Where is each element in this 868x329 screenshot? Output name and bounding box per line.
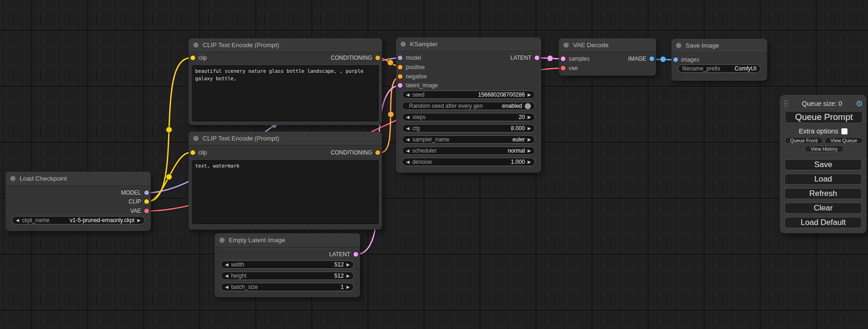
negative-prompt-textarea[interactable]: text, watermark	[192, 160, 379, 224]
decrement-arrow-icon[interactable]: ◀	[16, 218, 19, 223]
input-port-model[interactable]: model	[398, 53, 421, 63]
increment-arrow-icon[interactable]: ▶	[528, 149, 531, 153]
positive-prompt-textarea[interactable]: beautiful scenery nature glass bottle la…	[192, 65, 379, 121]
queue-front-button[interactable]: Queue Front	[785, 137, 823, 144]
node-save-image[interactable]: Save Image images filename_prefix ComfyU…	[671, 39, 767, 81]
node-header[interactable]: CLIP Text Encode (Prompt)	[189, 132, 382, 146]
output-port-latent[interactable]: LATENT	[510, 53, 539, 63]
seed-widget[interactable]: ◀ seed 156680208700286 ▶	[402, 91, 535, 99]
port-dot-vae[interactable]	[561, 66, 565, 70]
decrement-arrow-icon[interactable]: ◀	[225, 285, 228, 289]
load-button[interactable]: Load	[784, 174, 862, 185]
port-dot-conditioning[interactable]	[375, 150, 380, 155]
extra-options-checkbox[interactable]	[841, 128, 847, 134]
increment-arrow-icon[interactable]: ▶	[137, 218, 141, 223]
port-dot-image[interactable]	[649, 56, 654, 61]
input-port-clip[interactable]: clip	[191, 53, 207, 63]
port-dot-clip[interactable]	[144, 199, 149, 204]
scheduler-widget[interactable]: ◀ scheduler normal ▶	[402, 147, 535, 155]
input-port-negative[interactable]: negative	[398, 72, 427, 81]
collapse-dot-icon[interactable]	[219, 238, 225, 243]
increment-arrow-icon[interactable]: ▶	[528, 126, 531, 131]
output-port-image[interactable]: IMAGE	[628, 54, 654, 63]
node-header[interactable]: Load Checkpoint	[6, 172, 151, 186]
port-dot-latent[interactable]	[398, 83, 402, 88]
refresh-button[interactable]: Refresh	[784, 188, 862, 199]
node-vae-decode[interactable]: VAE Decode samples vae IMAGE	[559, 38, 656, 76]
collapse-dot-icon[interactable]	[10, 176, 15, 181]
queue-prompt-button[interactable]: Queue Prompt	[785, 111, 863, 123]
collapse-dot-icon[interactable]	[193, 136, 198, 141]
node-header[interactable]: Save Image	[671, 39, 767, 53]
output-port-model[interactable]: MODEL	[121, 188, 149, 197]
port-dot-model[interactable]	[144, 190, 149, 195]
input-port-samples[interactable]: samples	[561, 54, 590, 63]
width-widget[interactable]: ◀ width 512 ▶	[221, 260, 354, 269]
input-port-images[interactable]: images	[673, 55, 699, 64]
steps-widget[interactable]: ◀ steps 20 ▶	[402, 113, 535, 121]
height-widget[interactable]: ◀ height 512 ▶	[221, 272, 354, 280]
decrement-arrow-icon[interactable]: ◀	[225, 263, 228, 267]
drag-handle-icon[interactable]	[783, 100, 788, 108]
decrement-arrow-icon[interactable]: ◀	[406, 160, 409, 164]
collapse-dot-icon[interactable]	[564, 42, 569, 48]
input-port-vae[interactable]: vae	[561, 63, 578, 73]
node-ksampler[interactable]: KSampler model positive negative latent_…	[396, 37, 541, 173]
node-clip-text-encode-positive[interactable]: CLIP Text Encode (Prompt) clip CONDITION…	[189, 38, 382, 125]
node-load-checkpoint[interactable]: Load Checkpoint MODEL CLIP VAE ◀ ckpt_na…	[6, 172, 151, 231]
decrement-arrow-icon[interactable]: ◀	[406, 115, 409, 119]
output-port-conditioning[interactable]: CONDITIONING	[331, 148, 380, 157]
decrement-arrow-icon[interactable]: ◀	[406, 149, 409, 153]
port-dot-conditioning[interactable]	[398, 74, 402, 79]
port-dot-clip[interactable]	[191, 150, 195, 155]
decrement-arrow-icon[interactable]: ◀	[406, 126, 409, 131]
collapse-dot-icon[interactable]	[401, 42, 406, 47]
filename-prefix-widget[interactable]: filename_prefix ComfyUI	[678, 64, 761, 73]
port-dot-model[interactable]	[398, 56, 402, 60]
view-history-button[interactable]: View History	[804, 146, 844, 152]
port-dot-image[interactable]	[673, 57, 678, 62]
node-header[interactable]: CLIP Text Encode (Prompt)	[189, 38, 382, 52]
port-dot-latent[interactable]	[353, 252, 358, 257]
decrement-arrow-icon[interactable]: ◀	[225, 274, 228, 278]
output-port-vae[interactable]: VAE	[130, 206, 149, 216]
increment-arrow-icon[interactable]: ▶	[346, 274, 350, 278]
increment-arrow-icon[interactable]: ▶	[346, 263, 350, 267]
increment-arrow-icon[interactable]: ▶	[346, 285, 350, 289]
increment-arrow-icon[interactable]: ▶	[528, 115, 531, 119]
node-clip-text-encode-negative[interactable]: CLIP Text Encode (Prompt) clip CONDITION…	[189, 132, 382, 230]
graph-canvas[interactable]: Load Checkpoint MODEL CLIP VAE ◀ ckpt_na…	[0, 0, 868, 329]
port-dot-latent[interactable]	[561, 56, 565, 61]
output-port-conditioning[interactable]: CONDITIONING	[331, 53, 380, 63]
increment-arrow-icon[interactable]: ▶	[528, 160, 531, 164]
decrement-arrow-icon[interactable]: ◀	[406, 138, 409, 142]
denoise-widget[interactable]: ◀ denoise 1.000 ▶	[402, 158, 535, 166]
sampler-name-widget[interactable]: ◀ sampler_name euler ▶	[402, 135, 535, 144]
node-header[interactable]: VAE Decode	[559, 38, 656, 52]
output-port-latent[interactable]: LATENT	[329, 250, 358, 259]
input-port-clip[interactable]: clip	[191, 148, 207, 157]
ckpt-name-widget[interactable]: ◀ ckpt_name v1-5-pruned-emaonly.ckpt ▶	[12, 216, 145, 224]
batch-size-widget[interactable]: ◀ batch_size 1 ▶	[221, 283, 354, 291]
node-empty-latent-image[interactable]: Empty Latent Image LATENT ◀ width 512 ▶ …	[215, 233, 360, 297]
output-port-clip[interactable]: CLIP	[128, 197, 149, 206]
port-dot-conditioning[interactable]	[375, 56, 380, 60]
input-port-positive[interactable]: positive	[398, 63, 425, 72]
toggle-knob-icon[interactable]	[525, 103, 531, 109]
settings-gear-icon[interactable]: ⚙	[856, 100, 863, 108]
random-seed-toggle-widget[interactable]: Random seed after every gen enabled	[402, 102, 535, 110]
port-dot-conditioning[interactable]	[398, 65, 402, 70]
port-dot-vae[interactable]	[144, 209, 149, 213]
increment-arrow-icon[interactable]: ▶	[528, 93, 531, 97]
node-header[interactable]: Empty Latent Image	[215, 233, 360, 247]
node-header[interactable]: KSampler	[396, 37, 541, 51]
clear-button[interactable]: Clear	[784, 203, 862, 214]
view-queue-button[interactable]: View Queue	[825, 137, 863, 144]
port-dot-clip[interactable]	[191, 56, 195, 60]
load-default-button[interactable]: Load Default	[784, 217, 862, 228]
collapse-dot-icon[interactable]	[676, 43, 681, 48]
port-dot-latent[interactable]	[535, 56, 539, 60]
cfg-widget[interactable]: ◀ cfg 8.000 ▶	[402, 124, 535, 133]
save-button[interactable]: Save	[784, 159, 862, 170]
decrement-arrow-icon[interactable]: ◀	[406, 93, 409, 97]
